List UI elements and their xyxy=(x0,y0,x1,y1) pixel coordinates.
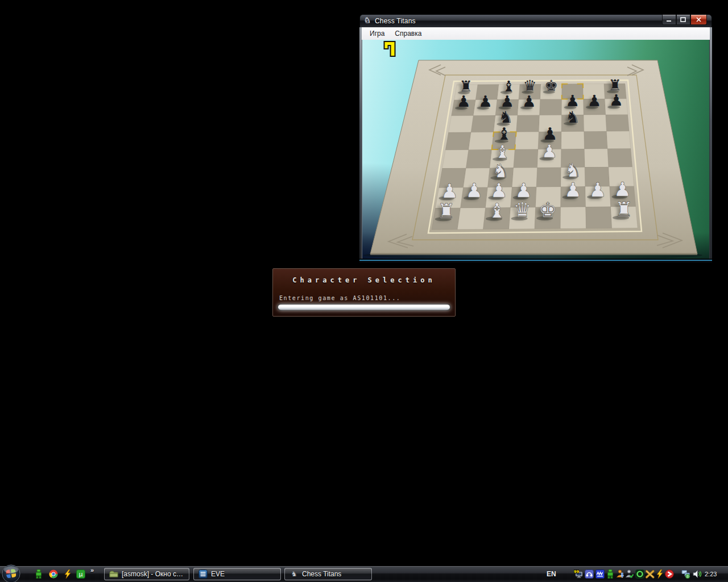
chess-piece-white-pawn-f2[interactable]: ♟ xyxy=(564,180,582,200)
quick-launch-winamp-icon[interactable] xyxy=(63,569,73,579)
quick-launch-overflow-chevron[interactable]: » xyxy=(90,567,94,573)
chess-piece-white-bishop-c4[interactable]: ♝ xyxy=(494,143,510,161)
game-area: ♜♝♛♚♜♟♟♟♟♟♟♟♞♞♝♟♝♟♞♞♟♟♟♟♟♟♟♜♝♛♚♜ xyxy=(362,40,710,259)
chess-piece-white-knight-c3[interactable]: ♞ xyxy=(493,161,510,180)
board-square[interactable] xyxy=(540,99,562,115)
close-button[interactable] xyxy=(690,15,707,25)
chess-piece-black-knight-c6[interactable]: ♞ xyxy=(498,110,513,126)
clock[interactable]: 2:23 xyxy=(705,571,717,577)
svg-text:µ: µ xyxy=(79,571,83,578)
menu-item-help[interactable]: Справка xyxy=(390,28,427,39)
board-square[interactable] xyxy=(516,115,540,132)
chess-piece-white-pawn-b2[interactable]: ♟ xyxy=(465,181,483,201)
board-square[interactable] xyxy=(449,115,474,132)
taskbar-button-label: Chess Titans xyxy=(302,570,341,578)
menu-item-game[interactable]: Игра xyxy=(365,28,390,39)
window-title: Chess Titans xyxy=(375,17,416,25)
quick-launch-green-figure-icon[interactable] xyxy=(34,569,44,579)
tray-green-robot-icon[interactable] xyxy=(606,569,615,579)
maximize-button[interactable] xyxy=(676,15,690,25)
chess-piece-black-pawn-h7[interactable]: ♟ xyxy=(609,93,623,109)
tray-winamp-icon[interactable] xyxy=(655,569,664,579)
taskbar-button-1[interactable]: [asmosk] - Окно со... xyxy=(104,568,189,580)
chess-piece-white-pawn-e4[interactable]: ♟ xyxy=(541,143,557,161)
board-square[interactable] xyxy=(606,114,629,131)
tray-headphones-icon[interactable] xyxy=(585,569,594,579)
chess-piece-white-queen-d1[interactable]: ♛ xyxy=(513,201,531,221)
taskbar-button-3[interactable]: ♞Chess Titans xyxy=(284,568,372,580)
menu-bar: ИграСправка xyxy=(359,27,712,40)
board-square[interactable] xyxy=(471,115,495,132)
maximize-icon xyxy=(680,17,686,22)
board-square[interactable] xyxy=(584,115,606,132)
chess-piece-black-pawn-e5[interactable]: ♟ xyxy=(542,126,557,143)
chess-piece-white-pawn-d2[interactable]: ♟ xyxy=(515,180,532,200)
minimize-button[interactable] xyxy=(662,15,676,25)
titlebar[interactable]: ♞ Chess Titans xyxy=(359,14,712,27)
board-square[interactable] xyxy=(466,149,491,168)
tray-display-99-icon[interactable]: 99 xyxy=(574,569,583,579)
chess-piece-black-pawn-b7[interactable]: ♟ xyxy=(478,94,493,110)
chess-piece-white-king-e1[interactable]: ♚ xyxy=(539,200,557,221)
tray-xfire-icon[interactable] xyxy=(646,569,655,579)
tray-user-check-icon[interactable] xyxy=(625,569,634,579)
tray-network-icon[interactable] xyxy=(681,569,690,579)
taskbar-button-label: EVE xyxy=(211,570,225,578)
chess-piece-white-pawn-g2[interactable]: ♟ xyxy=(589,180,607,199)
chess-piece-white-knight-f3[interactable]: ♞ xyxy=(565,161,582,180)
language-indicator[interactable]: EN xyxy=(547,570,556,578)
chess-piece-black-knight-f6[interactable]: ♞ xyxy=(565,109,580,126)
chess-board[interactable] xyxy=(362,40,710,259)
board-square[interactable] xyxy=(536,168,561,187)
minimize-icon xyxy=(666,17,672,22)
board-square[interactable] xyxy=(585,149,609,168)
svg-text:99: 99 xyxy=(574,569,579,574)
chess-piece-white-pawn-a2[interactable]: ♟ xyxy=(441,181,458,201)
tray-download-arrow-icon[interactable] xyxy=(665,569,674,579)
board-square[interactable] xyxy=(442,149,469,168)
knight-icon: ♞ xyxy=(364,16,371,24)
board-square[interactable] xyxy=(561,131,585,149)
board-square[interactable] xyxy=(584,131,607,149)
quick-launch-utorrent-icon[interactable]: µ xyxy=(76,569,86,579)
taskbar: µ » [asmosk] - Окно со... EVE♞Chess Tita… xyxy=(0,566,728,582)
progress-bar-fill xyxy=(278,305,450,310)
window-border-left xyxy=(359,27,362,259)
chess-titans-window: ♞ Chess Titans ИграСправка ♜♝♛♚♜♟♟♟♟♟♟♟♞… xyxy=(359,14,712,263)
tray-user-download-icon[interactable] xyxy=(616,569,625,579)
yellow-move-cursor-icon xyxy=(383,40,397,57)
tray-volume-icon[interactable] xyxy=(693,569,702,579)
chess-piece-black-pawn-d7[interactable]: ♟ xyxy=(522,94,536,110)
quick-launch-chrome-icon[interactable] xyxy=(49,569,59,579)
chess-piece-white-pawn-h2[interactable]: ♟ xyxy=(614,180,631,199)
folder-icon xyxy=(109,569,118,579)
chess-piece-white-bishop-c1[interactable]: ♝ xyxy=(488,201,506,221)
chess-piece-white-pawn-c2[interactable]: ♟ xyxy=(490,181,508,201)
knight-icon: ♞ xyxy=(289,569,299,579)
taskbar-button-2[interactable]: EVE xyxy=(193,568,281,580)
dialog-title: Character Selection xyxy=(273,276,455,284)
caption-buttons xyxy=(662,15,707,25)
eve-icon xyxy=(198,569,208,579)
start-button[interactable] xyxy=(2,564,20,582)
taskbar-button-label: [asmosk] - Окно со... xyxy=(122,570,184,578)
chess-piece-black-pawn-g7[interactable]: ♟ xyxy=(588,93,602,109)
chess-piece-black-king-e8[interactable]: ♚ xyxy=(544,78,558,94)
board-square[interactable] xyxy=(457,207,485,229)
chess-piece-black-pawn-a7[interactable]: ♟ xyxy=(457,94,471,110)
chess-piece-black-bishop-c5[interactable]: ♝ xyxy=(497,126,512,143)
tray-green-ring-icon[interactable] xyxy=(635,569,644,579)
tray-blue-badge-icon[interactable] xyxy=(595,569,605,579)
board-square[interactable] xyxy=(515,132,539,149)
chess-piece-white-rook-a1[interactable]: ♜ xyxy=(437,201,455,222)
board-square[interactable] xyxy=(607,131,631,149)
board-square[interactable] xyxy=(445,132,471,150)
board-square[interactable] xyxy=(560,207,586,228)
window-border-right xyxy=(710,27,712,259)
chess-piece-white-rook-h1[interactable]: ♜ xyxy=(615,199,633,220)
board-square[interactable] xyxy=(607,148,632,167)
close-icon xyxy=(696,17,702,22)
board-square[interactable] xyxy=(514,149,538,168)
board-square[interactable] xyxy=(469,132,494,149)
board-square[interactable] xyxy=(586,207,612,228)
